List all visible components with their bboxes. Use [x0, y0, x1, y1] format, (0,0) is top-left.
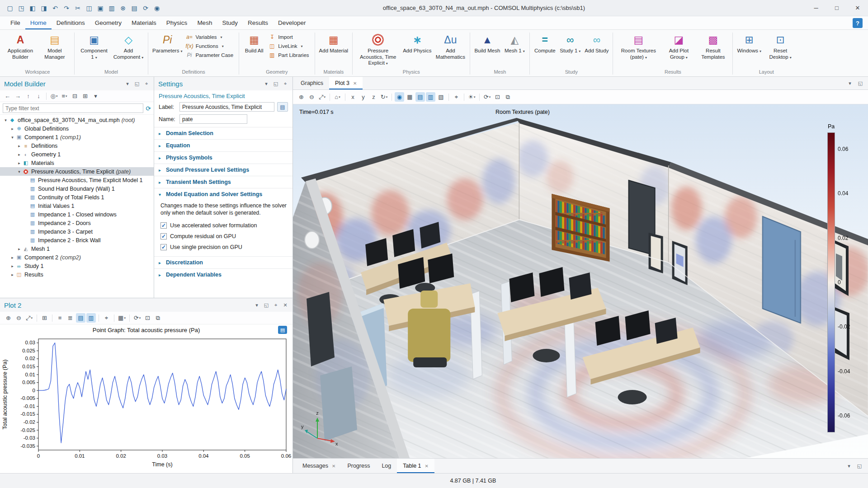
- import-button[interactable]: ↧Import: [267, 33, 311, 41]
- tree-node-initial-values-1[interactable]: ▤Initial Values 1: [0, 202, 154, 210]
- tree-node-office-space-63-30t0-n4-ma-out-mph[interactable]: ▾◆office_space_63_30T0_N4_ma_out.mph(roo…: [0, 116, 154, 124]
- panel-menu-icon[interactable]: ▾: [254, 302, 260, 308]
- show-grid-icon[interactable]: ▤: [76, 313, 85, 323]
- rotate-view-icon[interactable]: ↻▾: [379, 92, 389, 102]
- panel-menu-icon[interactable]: ▾: [263, 81, 269, 87]
- tree-node-sound-hard-boundary-wall-1[interactable]: ▥Sound Hard Boundary (Wall) 1: [0, 184, 154, 193]
- tree-node-pressure-acoustics-time-explicit[interactable]: ▾Pressure Acoustics, Time Explicit(pate): [0, 167, 154, 176]
- zoom-in-icon[interactable]: ⊕: [297, 92, 306, 102]
- reset-desktop-button[interactable]: ⊡Reset Desktop▾: [764, 31, 797, 61]
- panel-menu-icon[interactable]: ▾: [124, 81, 131, 87]
- menu-geometry[interactable]: Geometry: [90, 17, 127, 29]
- open-file-icon[interactable]: ◳: [16, 2, 27, 14]
- panel-menu-icon[interactable]: ▾: [847, 80, 853, 86]
- refresh-icon[interactable]: ⟳: [146, 105, 151, 112]
- show-grid-icon[interactable]: ▦: [405, 92, 415, 102]
- label-input[interactable]: [179, 102, 274, 112]
- add-plot-group-button[interactable]: ◪Add Plot Group▾: [662, 31, 695, 61]
- tree-node-impedance-1-closed-windows[interactable]: ▥Impedance 1 - Closed windows: [0, 210, 154, 219]
- section-sound-pressure-level-settings[interactable]: ▸Sound Pressure Level Settings: [154, 164, 292, 176]
- section-equation[interactable]: ▸Equation: [154, 139, 292, 151]
- study-1-button[interactable]: ∞Study 1▾: [558, 31, 582, 55]
- windows-button[interactable]: ⊞Windows▾: [736, 31, 763, 55]
- tree-node-impedance-2-brick-wall[interactable]: ▥Impedance 2 - Brick Wall: [0, 236, 154, 244]
- lock-view-icon[interactable]: ⌖: [452, 92, 461, 102]
- paste-icon[interactable]: ▣: [95, 2, 106, 14]
- show-legends-icon[interactable]: ▥: [86, 313, 96, 323]
- image-export-icon[interactable]: ▦▾: [117, 313, 127, 323]
- functions-button[interactable]: f(x)Functions▾: [184, 42, 236, 50]
- float-panel-icon[interactable]: ◱: [856, 463, 863, 469]
- tree-node-component-1[interactable]: ▾▣Component 1(comp1): [0, 133, 154, 141]
- tree-node-impedance-2-doors[interactable]: ▥Impedance 2 - Doors: [0, 219, 154, 227]
- update-plot-icon[interactable]: ⟳▾: [132, 313, 142, 323]
- tree-node-study-1[interactable]: ▸∞Study 1: [0, 262, 154, 270]
- result-templates-button[interactable]: ▩Result Templates: [696, 31, 730, 61]
- expand-all-icon[interactable]: ⊞: [80, 91, 90, 101]
- parameter-case-button[interactable]: PiParameter Case: [184, 52, 236, 59]
- close-tab-icon[interactable]: ✕: [353, 81, 357, 86]
- menu-study[interactable]: Study: [217, 17, 243, 29]
- add-physics-button[interactable]: ∗Add Physics: [401, 31, 433, 55]
- minimize-button[interactable]: ─: [806, 0, 826, 16]
- go-to-default-view-icon[interactable]: ⌂▾: [333, 92, 342, 102]
- menu-developer[interactable]: Developer: [273, 17, 311, 29]
- menu-mesh[interactable]: Mesh: [192, 17, 217, 29]
- checkbox-use-single-precision-on-gpu[interactable]: ✓Use single precision on GPU: [160, 242, 287, 253]
- menu-home[interactable]: Home: [25, 17, 52, 29]
- pin-panel-icon[interactable]: ⌖: [273, 302, 279, 308]
- update-solution-icon[interactable]: ⟳: [140, 2, 151, 14]
- float-panel-icon[interactable]: ◱: [857, 80, 863, 86]
- view-along-z-icon[interactable]: z: [369, 92, 378, 102]
- plot2-chart[interactable]: 00.010.020.030.040.050.060.030.0250.020.…: [0, 335, 292, 470]
- add-study-button[interactable]: ∞Add Study: [583, 31, 610, 55]
- snapshot-icon[interactable]: ⊡: [143, 313, 152, 323]
- maximize-button[interactable]: □: [826, 0, 847, 16]
- open-in-window-button[interactable]: ▤: [278, 326, 287, 334]
- section-domain-selection[interactable]: ▸Domain Selection: [154, 127, 292, 139]
- menu-materials[interactable]: Materials: [127, 17, 161, 29]
- section-dependent-variables[interactable]: ▸Dependent Variables: [154, 268, 292, 281]
- plot-icon[interactable]: ◉: [151, 2, 162, 14]
- go-back-icon[interactable]: ←: [3, 91, 12, 101]
- name-input[interactable]: [179, 114, 247, 124]
- menu-physics[interactable]: Physics: [161, 17, 193, 29]
- collapse-all-icon[interactable]: ⊟: [70, 91, 80, 101]
- view-along-y-icon[interactable]: y: [359, 92, 368, 102]
- application-builder-button[interactable]: AApplication Builder: [4, 31, 37, 61]
- zoom-out-icon[interactable]: ⊖: [14, 313, 24, 323]
- zoom-out-icon[interactable]: ⊖: [307, 92, 316, 102]
- section-transient-mesh-settings[interactable]: ▸Transient Mesh Settings: [154, 176, 292, 188]
- move-up-icon[interactable]: ↑: [24, 91, 33, 101]
- compile-equations-icon[interactable]: ▤: [129, 2, 140, 14]
- tab-plot-3[interactable]: Plot 3✕: [329, 77, 363, 89]
- view-along-x-icon[interactable]: x: [348, 92, 358, 102]
- help-icon[interactable]: ?: [853, 18, 863, 28]
- menu-results[interactable]: Results: [243, 17, 273, 29]
- checkbox-use-accelerated-solver-formulation[interactable]: ✓Use accelerated solver formulation: [160, 220, 287, 231]
- snapshot-icon[interactable]: ⊡: [493, 92, 502, 102]
- go-forward-icon[interactable]: →: [13, 91, 23, 101]
- x-log-scale-icon[interactable]: ≡: [55, 313, 65, 323]
- close-panel-icon[interactable]: ✕: [282, 302, 288, 308]
- mesh-1-button[interactable]: ◭Mesh 1▾: [502, 31, 527, 55]
- compute-button[interactable]: =Compute: [533, 31, 557, 55]
- tree-node-materials[interactable]: ▸◧Materials: [0, 159, 154, 167]
- move-down-icon[interactable]: ↓: [34, 91, 43, 101]
- zoom-extents-icon[interactable]: ⤢▾: [24, 313, 34, 323]
- tab-log[interactable]: Log: [376, 459, 397, 473]
- duplicate-icon[interactable]: ▥: [106, 2, 117, 14]
- print-icon[interactable]: ⧉: [503, 92, 513, 102]
- rename-button[interactable]: ▤: [277, 102, 288, 112]
- pin-panel-icon[interactable]: ⌖: [282, 81, 288, 87]
- redo-icon[interactable]: ↷: [61, 2, 72, 14]
- tab-progress[interactable]: Progress: [341, 459, 376, 473]
- variables-button[interactable]: a=Variables▾: [184, 33, 236, 41]
- update-plot-icon[interactable]: ⟳▾: [482, 92, 492, 102]
- delete-icon[interactable]: ⊗: [118, 2, 128, 14]
- close-button[interactable]: ✕: [847, 0, 868, 16]
- zoom-in-icon[interactable]: ⊕: [4, 313, 13, 323]
- tree-node-definitions[interactable]: ▸≡Definitions: [0, 141, 154, 150]
- transparency-icon[interactable]: ▧: [436, 92, 446, 102]
- show-selection-colors-icon[interactable]: ▥: [426, 92, 435, 102]
